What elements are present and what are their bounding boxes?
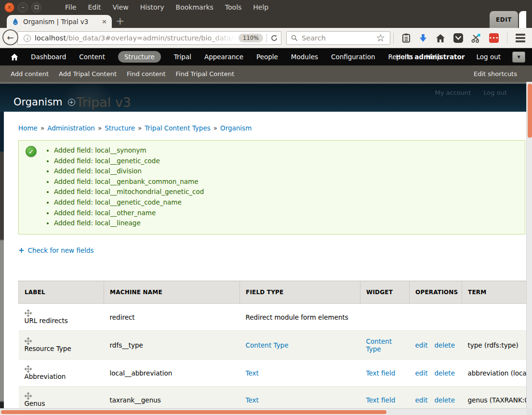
field-widget-link[interactable]: Content Type <box>366 337 392 353</box>
bookmark-star-icon[interactable]: ☆ <box>376 33 385 43</box>
hamburger-menu-icon[interactable] <box>516 34 529 42</box>
horizontal-scrollbar[interactable] <box>0 408 532 415</box>
menu-history[interactable]: History <box>140 3 164 11</box>
bookmarks-clipboard-icon[interactable] <box>402 33 411 43</box>
field-type-link[interactable]: Content Type <box>246 341 289 349</box>
window-close-button[interactable]: × <box>4 2 14 13</box>
field-machine-name: rdfs__type <box>104 331 240 360</box>
pocket-icon[interactable] <box>453 33 463 43</box>
admin-home-icon[interactable] <box>11 53 18 61</box>
downloads-icon[interactable] <box>419 34 427 43</box>
menu-view[interactable]: View <box>113 3 129 11</box>
menu-help[interactable]: Help <box>253 3 268 11</box>
menu-bookmarks[interactable]: Bookmarks <box>176 3 213 11</box>
breadcrumb-home[interactable]: Home <box>18 124 38 132</box>
horizontal-scrollbar-thumb[interactable] <box>1 410 386 414</box>
breadcrumb-organism[interactable]: Organism <box>220 124 252 132</box>
home-icon[interactable] <box>436 34 445 43</box>
check-for-new-fields: + Check for new fields <box>18 246 526 255</box>
toolbar-toggle-button[interactable]: ▼ <box>512 52 525 63</box>
back-button[interactable]: ← <box>2 29 18 45</box>
breadcrumb-tripal-content-types[interactable]: Tripal Content Types <box>145 124 210 132</box>
breadcrumb-separator: » <box>138 124 142 132</box>
menu-edit[interactable]: Edit <box>88 3 101 11</box>
toolbar-item-appearance[interactable]: Appearance <box>204 51 243 63</box>
status-message: Added field: local__genbank_common_name <box>54 177 525 187</box>
my-account-link[interactable]: My account <box>435 89 471 96</box>
field-type-link[interactable]: Text <box>246 396 259 404</box>
edit-link[interactable]: edit <box>415 396 428 404</box>
edit-shortcuts-link[interactable]: Edit shortcuts <box>474 70 517 78</box>
drag-handle-icon[interactable] <box>25 337 98 345</box>
edit-link[interactable]: edit <box>415 341 428 349</box>
breadcrumb-structure[interactable]: Structure <box>105 124 135 132</box>
greeting-text: Hello administrator <box>396 53 465 61</box>
field-label: Genus <box>25 400 45 407</box>
field-widget-link[interactable]: Text field <box>366 369 396 377</box>
toolbar-item-dashboard[interactable]: Dashboard <box>31 51 66 63</box>
status-message: Added field: local__division <box>54 166 525 177</box>
field-widget-link[interactable]: Text field <box>366 396 396 404</box>
shortcut-items: Add content Add Tripal Content Find cont… <box>11 70 234 78</box>
password-manager-icon[interactable]: ••• <box>489 33 499 43</box>
toolbar-item-configuration[interactable]: Configuration <box>331 51 375 63</box>
fields-table: LABEL MACHINE NAME FIELD TYPE WIDGET OPE… <box>18 281 526 408</box>
admin-toolbar-items: Dashboard Content Structure Tripal Appea… <box>31 51 441 63</box>
header-operations: OPERATIONS <box>410 281 462 304</box>
shortcut-find-tripal-content[interactable]: Find Tripal Content <box>176 70 234 78</box>
toolbar-logout-link[interactable]: Log out <box>476 53 501 61</box>
delete-link[interactable]: delete <box>434 396 455 404</box>
shortcut-target-icon[interactable]: + <box>68 99 75 106</box>
url-bar[interactable]: i localhost/bio_data/3#overlay=admin/str… <box>17 31 281 45</box>
page-header: Tripal v3 Organism + My account Log out <box>0 84 526 112</box>
edit-link[interactable]: edit <box>415 369 428 377</box>
account-links: My account Log out <box>435 89 507 96</box>
header-logout-link[interactable]: Log out <box>483 89 507 96</box>
browser-tab[interactable]: Organism | Tripal v3 × <box>7 15 112 28</box>
check-for-new-fields-link[interactable]: Check for new fields <box>28 246 94 254</box>
shortcut-add-content[interactable]: Add content <box>11 70 49 78</box>
shortcut-add-tripal-content[interactable]: Add Tripal Content <box>59 70 117 78</box>
screenshot-scissors-icon[interactable] <box>471 33 481 43</box>
new-tab-button[interactable]: + <box>116 16 124 26</box>
vertical-scrollbar-thumb[interactable] <box>528 84 532 138</box>
url-text[interactable]: localhost/bio_data/3#overlay=admin/struc… <box>35 34 239 42</box>
toolbar-item-modules[interactable]: Modules <box>291 51 318 63</box>
toolbar-item-people[interactable]: People <box>256 51 278 63</box>
menu-tools[interactable]: Tools <box>225 3 242 11</box>
maximize-icon <box>35 5 39 9</box>
header-machine-name: MACHINE NAME <box>104 281 240 304</box>
status-message: Added field: local__lineage <box>54 218 525 229</box>
reload-icon[interactable] <box>270 34 278 42</box>
window-minimize-button[interactable]: – <box>18 2 28 13</box>
view-tab-partial[interactable] <box>519 11 526 28</box>
toolbar-item-tripal[interactable]: Tripal <box>174 51 191 63</box>
status-message: Added field: local__genetic_code <box>54 156 525 167</box>
site-info-icon[interactable]: i <box>24 35 31 42</box>
edit-tab-button[interactable]: EDIT <box>490 11 518 28</box>
field-machine-name: redirect <box>104 304 240 331</box>
toolbar-icons: ☆ ••• <box>376 28 529 48</box>
table-header-row: LABEL MACHINE NAME FIELD TYPE WIDGET OPE… <box>19 281 527 304</box>
zoom-level-badge[interactable]: 110% <box>239 34 263 42</box>
search-bar[interactable]: Search <box>286 31 390 45</box>
window-maximize-button[interactable] <box>31 2 41 13</box>
header-widget: WIDGET <box>360 281 410 304</box>
urlbar-divider <box>266 34 267 42</box>
toolbar-item-content[interactable]: Content <box>79 51 105 63</box>
menu-file[interactable]: File <box>65 3 76 11</box>
delete-link[interactable]: delete <box>434 341 455 349</box>
toolbar-item-structure[interactable]: Structure <box>118 51 161 63</box>
shortcut-find-content[interactable]: Find content <box>127 70 166 78</box>
breadcrumb-administration[interactable]: Administration <box>47 124 95 132</box>
delete-link[interactable]: delete <box>434 369 455 377</box>
shortcut-bar: Add content Add Tripal Content Find cont… <box>0 65 532 82</box>
field-type-link[interactable]: Text <box>246 369 259 377</box>
status-check-icon: ✓ <box>26 146 37 157</box>
drag-handle-icon[interactable] <box>25 365 98 373</box>
drag-handle-icon[interactable] <box>25 392 98 400</box>
table-row: Resource Type rdfs__type Content Type Co… <box>19 331 527 360</box>
vertical-scrollbar[interactable] <box>526 82 532 408</box>
drag-handle-icon[interactable] <box>25 310 98 317</box>
tab-close-icon[interactable]: × <box>102 18 107 25</box>
